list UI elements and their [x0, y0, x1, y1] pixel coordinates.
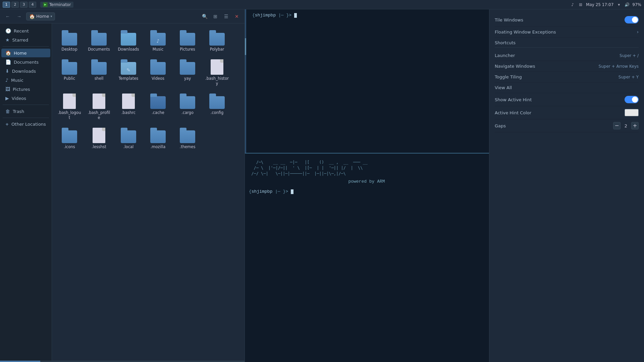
home-folder-icon: 🏠	[29, 14, 35, 19]
sidebar-item-other-locations[interactable]: + Other Locations	[1, 120, 50, 128]
file-item-mozilla[interactable]: .mozilla	[145, 125, 171, 152]
workspace-4[interactable]: 4	[29, 2, 36, 8]
file-item-icons[interactable]: .icons	[56, 125, 83, 152]
active-color-swatch[interactable]	[625, 109, 639, 116]
down-arrow-icon[interactable]: ▾	[616, 2, 622, 7]
file-name-bash-profile: .bash_profile	[87, 110, 111, 120]
sidebar-item-pictures[interactable]: 🖼 Pictures	[1, 85, 50, 94]
home-icon: 🏠	[5, 50, 11, 56]
powered-by: powered by ARM	[249, 179, 484, 184]
fm-toolbar-right: 🔍 ⊞ ☰ ✕	[200, 12, 241, 21]
view-all-row: View All	[495, 82, 639, 93]
folder-documents-icon	[91, 29, 107, 46]
tile-windows-row: Tile Windows	[495, 13, 639, 26]
folder-cache-icon	[150, 93, 166, 109]
taskbar-app[interactable]: ▶ Terminator	[40, 2, 73, 8]
close-button[interactable]: ✕	[232, 12, 241, 21]
file-bash-profile-icon	[91, 93, 107, 109]
sidebar-other-label: Other Locations	[11, 122, 46, 127]
file-item-bashrc[interactable]: .bashrc	[115, 91, 142, 122]
file-item-templates[interactable]: ✎ Templates	[115, 57, 142, 88]
search-button[interactable]: 🔍	[200, 12, 209, 21]
sidebar-item-recent[interactable]: 🕐 Recent	[1, 26, 50, 35]
workspace-2[interactable]: 2	[11, 2, 19, 8]
sidebar-item-documents[interactable]: 📄 Documents	[1, 58, 50, 66]
gaps-increase-button[interactable]: +	[631, 122, 639, 129]
file-item-bash-logout[interactable]: .bash_logout	[56, 91, 83, 122]
file-item-cargo[interactable]: .cargo	[174, 91, 201, 122]
file-name-documents: Documents	[88, 47, 110, 52]
launcher-label: Launcher	[495, 53, 515, 58]
sidebar-item-home[interactable]: 🏠 Home	[1, 49, 50, 57]
file-manager: ← → 🏠 Home ▾ 🔍 ⊞ ☰ ✕ 🕐 Recent	[0, 9, 245, 362]
sidebar-item-music[interactable]: ♪ Music	[1, 76, 50, 84]
sidebar-item-trash[interactable]: 🗑 Trash	[1, 107, 50, 116]
pictures-icon: 🖼	[5, 86, 10, 92]
file-item-bash-profile[interactable]: .bash_profile	[86, 91, 112, 122]
file-item-videos[interactable]: Videos	[145, 57, 171, 88]
show-active-hint-toggle[interactable]	[625, 96, 639, 103]
file-item-cache[interactable]: .cache	[145, 91, 171, 122]
file-item-downloads[interactable]: Downloads	[115, 27, 142, 54]
terminal-prompt-bottom: {shjimpbp |─ }>	[249, 189, 484, 194]
gaps-decrease-button[interactable]: −	[613, 122, 621, 129]
battery: 97%	[632, 2, 641, 7]
workspace-3[interactable]: 3	[20, 2, 28, 8]
view-grid-button[interactable]: ⊞	[211, 12, 220, 21]
show-active-hint-label: Show Active Hint	[495, 97, 532, 102]
chevron-right-icon: ›	[637, 29, 639, 35]
sidebar-item-downloads[interactable]: ⬇ Downloads	[1, 67, 50, 75]
file-item-themes[interactable]: .themes	[174, 125, 201, 152]
terminal-prompt-top: {shjimpbp |─ }>	[252, 13, 484, 18]
folder-desktop-icon	[61, 29, 77, 46]
forward-button[interactable]: →	[15, 12, 23, 21]
folder-downloads-icon	[120, 29, 137, 46]
file-item-yay[interactable]: yay	[174, 57, 201, 88]
fm-scrollbar-thumb[interactable]	[0, 361, 40, 362]
file-item-polybar[interactable]: Polybar	[204, 27, 230, 54]
file-grid: Desktop Documents Download	[56, 27, 240, 152]
folder-icons-icon	[61, 127, 77, 143]
file-name-mozilla: .mozilla	[151, 144, 166, 149]
back-button[interactable]: ←	[3, 12, 12, 21]
ascii-art: /─\ __ __ ─|─ |[ () __ , __ ─── __ /─ \ …	[249, 160, 484, 176]
sidebar-videos-label: Videos	[12, 96, 26, 101]
active-color-row: Active Hint Color	[495, 106, 639, 119]
view-list-button[interactable]: ☰	[222, 12, 230, 21]
file-item-config[interactable]: .config	[204, 91, 230, 122]
show-hint-knob	[632, 97, 638, 103]
tile-windows-toggle[interactable]	[625, 16, 639, 23]
file-item-local[interactable]: .local	[115, 125, 142, 152]
recent-icon: 🕐	[5, 28, 11, 34]
fm-sidebar: 🕐 Recent ★ Starred 🏠 Home 📄 Documents	[0, 23, 52, 361]
sidebar-trash-label: Trash	[13, 109, 24, 114]
sidebar-item-videos[interactable]: ▶ Videos	[1, 94, 50, 103]
documents-icon: 📄	[5, 59, 11, 65]
file-name-themes: .themes	[180, 144, 196, 149]
file-item-lesshst[interactable]: .lesshst	[86, 125, 112, 152]
terminal-top-pane[interactable]: {shjimpbp |─ }>	[245, 9, 489, 154]
file-item-bash-history[interactable]: .bash_history	[204, 57, 230, 88]
sidebar-music-label: Music	[11, 78, 23, 83]
folder-local-icon	[120, 127, 137, 143]
file-item-shell[interactable]: shell	[86, 57, 112, 88]
terminator-icon: ▶	[43, 2, 48, 7]
path-button[interactable]: 🏠 Home ▾	[26, 12, 55, 20]
active-color-label: Active Hint Color	[495, 110, 531, 115]
file-item-documents[interactable]: Documents	[86, 27, 112, 54]
floating-exceptions-row[interactable]: Floating Window Exceptions ›	[495, 26, 639, 38]
launcher-row: Launcher Super + /	[495, 50, 639, 61]
sidebar-item-starred[interactable]: ★ Starred	[1, 36, 50, 44]
file-item-music[interactable]: ♪ Music	[145, 27, 171, 54]
file-item-pictures[interactable]: Pictures	[174, 27, 201, 54]
file-item-public[interactable]: Public	[56, 57, 83, 88]
fm-toolbar: ← → 🏠 Home ▾ 🔍 ⊞ ☰ ✕	[0, 9, 245, 23]
folder-pictures-icon	[179, 29, 196, 46]
file-item-desktop[interactable]: Desktop	[56, 27, 83, 54]
sidebar-divider-3	[3, 118, 49, 118]
terminal-bottom-pane[interactable]: /─\ __ __ ─|─ |[ () __ , __ ─── __ /─ \ …	[245, 154, 489, 362]
audio-icon[interactable]: 🔊	[624, 2, 630, 7]
file-name-config: .config	[211, 110, 224, 115]
folder-music-icon: ♪	[150, 29, 166, 46]
workspace-1[interactable]: 1	[3, 2, 10, 8]
